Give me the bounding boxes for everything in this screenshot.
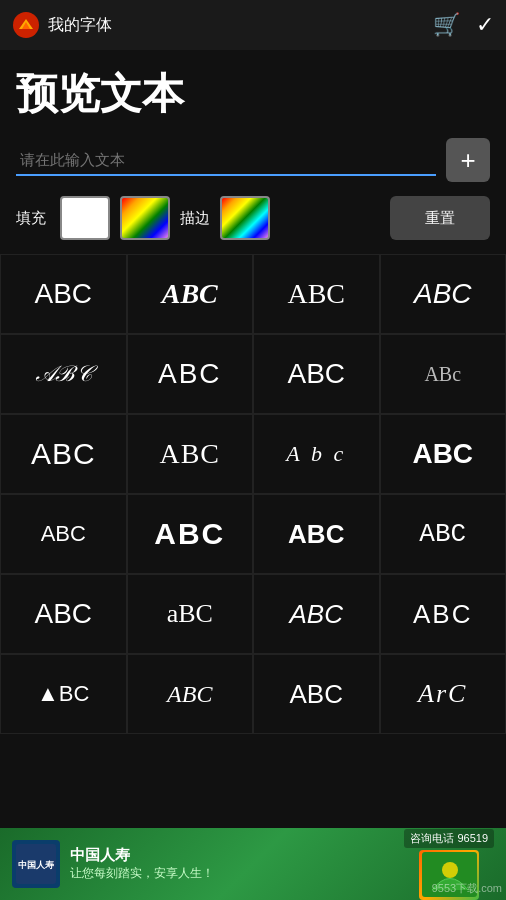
font-preview-arc: ArC [418,679,467,709]
font-preview-3: ABC [287,278,345,310]
color-controls-row: 填充 描边 重置 [0,190,506,246]
font-cell-5[interactable]: 𝒜ℬ𝒞 [0,334,127,414]
font-preview-19: ABC [290,599,343,630]
font-cell-24[interactable]: ArC [380,654,507,734]
preview-text-input[interactable] [16,145,436,176]
confirm-icon[interactable]: ✓ [476,12,494,38]
font-preview-5: 𝒜ℬ𝒞 [36,361,91,387]
font-preview-8: ABc [424,363,461,386]
font-cell-2[interactable]: ABC [127,254,254,334]
font-preview-11: A b c [286,441,346,467]
font-cell-22[interactable]: ABC [127,654,254,734]
ad-banner[interactable]: 中国人寿 中国人寿 让您每刻踏实，安享人生！ 咨询电话 96519 [0,828,506,900]
app-header: 我的字体 🛒 ✓ [0,0,506,50]
font-preview-20: ABC [413,599,472,630]
font-preview-17: ABC [34,598,92,630]
font-cell-14[interactable]: ABC [127,494,254,574]
font-cell-17[interactable]: ABC [0,574,127,654]
font-cell-4[interactable]: ABC [380,254,507,334]
ad-tagline: 让您每刻踏实，安享人生！ [70,865,394,882]
font-cell-18[interactable]: aBC [127,574,254,654]
font-cell-13[interactable]: ABC [0,494,127,574]
font-cell-11[interactable]: A b c [253,414,380,494]
font-preview-14: ABC [154,517,225,551]
font-preview-9: ABC [31,437,96,471]
font-cell-3[interactable]: ABC [253,254,380,334]
ad-phone: 咨询电话 96519 [404,829,494,848]
font-preview-15: ABC [288,519,344,550]
svg-text:中国人寿: 中国人寿 [18,860,55,870]
watermark: 9553下载.com [432,881,502,896]
add-button[interactable]: + [446,138,490,182]
font-cell-15[interactable]: ABC [253,494,380,574]
page-title: 预览文本 [0,50,506,130]
font-cell-23[interactable]: ABC [253,654,380,734]
font-preview-10: ABC [159,438,220,470]
font-cell-1[interactable]: ABC [0,254,127,334]
fill-color-swatch[interactable] [60,196,110,240]
svg-point-4 [442,862,458,878]
search-row: + [0,130,506,190]
font-preview-18: aBC [167,599,213,629]
font-preview-1: ABC [34,278,92,310]
font-cell-21[interactable]: ▲BC [0,654,127,734]
fill-gradient-swatch[interactable] [120,196,170,240]
fill-label: 填充 [16,209,46,228]
font-cell-7[interactable]: ABC [253,334,380,414]
font-preview-23: ABC [290,679,343,710]
app-title: 我的字体 [48,15,112,36]
font-cell-6[interactable]: ABC [127,334,254,414]
ad-text-block: 中国人寿 让您每刻踏实，安享人生！ [70,846,394,882]
font-preview-4: ABC [414,278,472,310]
font-preview-2: ABC [162,278,218,310]
font-preview-13: ABC [41,521,86,547]
font-grid: ABC ABC ABC ABC 𝒜ℬ𝒞 ABC ABC ABc ABC ABC … [0,246,506,742]
header-right: 🛒 ✓ [433,12,494,38]
font-preview-6: ABC [158,358,222,390]
font-cell-12[interactable]: ABC [380,414,507,494]
font-cell-8[interactable]: ABc [380,334,507,414]
font-preview-22: ABC [167,681,212,708]
font-cell-20[interactable]: ABC [380,574,507,654]
cart-icon[interactable]: 🛒 [433,12,460,38]
ad-logo: 中国人寿 [12,840,60,888]
font-preview-12: ABC [412,438,473,470]
font-cell-9[interactable]: ABC [0,414,127,494]
font-cell-10[interactable]: ABC [127,414,254,494]
ad-phone-number: 96519 [457,832,488,844]
stroke-label: 描边 [180,209,210,228]
header-left: 我的字体 [12,11,112,39]
font-preview-21: ▲BC [37,681,89,707]
ad-company-name: 中国人寿 [70,846,394,865]
reset-button[interactable]: 重置 [390,196,490,240]
font-cell-19[interactable]: ABC [253,574,380,654]
font-preview-7: ABC [287,358,345,390]
font-cell-16[interactable]: ABC [380,494,507,574]
font-preview-16: ABC [419,519,466,549]
app-logo-icon [12,11,40,39]
stroke-gradient-swatch[interactable] [220,196,270,240]
ad-phone-label: 咨询电话 [410,832,454,844]
